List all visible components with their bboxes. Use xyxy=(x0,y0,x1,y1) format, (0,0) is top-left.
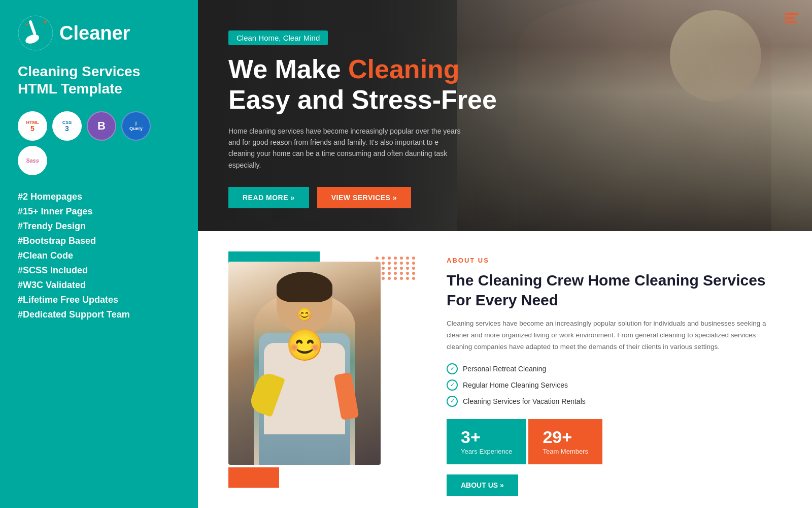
feature-item: #Lifetime Free Updates xyxy=(18,295,180,305)
check-item: ✓ Cleaning Services for Vacation Rentals xyxy=(447,396,782,407)
check-item: ✓ Personal Retreat Cleaning xyxy=(447,363,782,374)
template-title: Cleaning Services HTML Template xyxy=(18,63,180,97)
about-image-side: 😊 xyxy=(228,251,421,488)
logo-text: Cleaner xyxy=(59,23,130,43)
tech-badges: HTML5 CSS3 B jQuery Sass xyxy=(18,111,180,175)
hamburger-menu[interactable] xyxy=(782,10,802,26)
hero-title: We Make Cleaning Easy and Stress-Free xyxy=(228,54,782,115)
hero-section: Clean Home, Clear Mind We Make Cleaning … xyxy=(198,0,812,231)
about-label: ABOUT US xyxy=(447,257,782,264)
check-item: ✓ Regular Home Cleaning Services xyxy=(447,379,782,391)
logo-icon: + + xyxy=(18,15,53,51)
orange-accent-bar xyxy=(228,467,279,488)
hero-buttons: READ MORE » VIEW SERVICES » xyxy=(228,187,782,208)
jquery-badge: jQuery xyxy=(121,111,151,141)
sidebar: + + Cleaner Cleaning Services HTML Templ… xyxy=(0,0,198,508)
logo-area: + + Cleaner xyxy=(18,15,180,51)
feature-item: #2 Homepages xyxy=(18,192,180,202)
stat-years-experience: 3+ Years Experience xyxy=(447,419,526,464)
sass-badge: Sass xyxy=(18,146,47,175)
about-text-side: ABOUT US The Cleaning Crew Home Cleaning… xyxy=(447,251,782,488)
about-title: The Cleaning Crew Home Cleaning Services… xyxy=(447,270,782,310)
css3-badge: CSS3 xyxy=(52,111,82,141)
view-services-button[interactable]: VIEW SERVICES » xyxy=(317,187,411,208)
feature-item: #15+ Inner Pages xyxy=(18,206,180,217)
bootstrap-badge: B xyxy=(87,111,116,141)
about-section: 😊 ABOUT US The Cleaning Crew Home Cleani… xyxy=(198,231,812,508)
main-content: Clean Home, Clear Mind We Make Cleaning … xyxy=(198,0,812,508)
check-icon: ✓ xyxy=(447,363,458,374)
feature-item: #Trendy Design xyxy=(18,221,180,232)
svg-text:+: + xyxy=(25,22,28,27)
read-more-button[interactable]: READ MORE » xyxy=(228,187,309,208)
svg-rect-1 xyxy=(28,20,37,35)
feature-item: #Dedicated Support Team xyxy=(18,309,180,320)
features-list: #2 Homepages #15+ Inner Pages #Trendy De… xyxy=(18,192,180,320)
feature-item: #SCSS Included xyxy=(18,265,180,276)
dots-decoration xyxy=(376,257,416,280)
check-icon: ✓ xyxy=(447,379,458,391)
stats-row: 3+ Years Experience 29+ Team Members xyxy=(447,419,782,464)
hero-title-part1: We Make xyxy=(228,54,348,84)
about-checklist: ✓ Personal Retreat Cleaning ✓ Regular Ho… xyxy=(447,363,782,407)
svg-point-2 xyxy=(24,33,41,46)
feature-item: #Clean Code xyxy=(18,250,180,261)
about-us-button[interactable]: ABOUT US » xyxy=(447,474,518,496)
about-cleaner-image: 😊 xyxy=(228,262,381,465)
svg-text:+: + xyxy=(43,18,47,26)
feature-item: #Bootstrap Based xyxy=(18,236,180,246)
hero-title-highlight: Cleaning xyxy=(348,54,460,84)
hero-tag: Clean Home, Clear Mind xyxy=(228,30,328,45)
html5-badge: HTML5 xyxy=(18,111,47,141)
check-icon: ✓ xyxy=(447,396,458,407)
feature-item: #W3C Validated xyxy=(18,280,180,291)
about-description: Cleaning services have become an increas… xyxy=(447,318,782,353)
stat-team-members: 29+ Team Members xyxy=(528,419,602,464)
hero-title-part2: Easy and Stress-Free xyxy=(228,85,497,114)
hero-description: Home cleaning services have become incre… xyxy=(228,125,462,171)
hero-content: Clean Home, Clear Mind We Make Cleaning … xyxy=(198,0,812,208)
